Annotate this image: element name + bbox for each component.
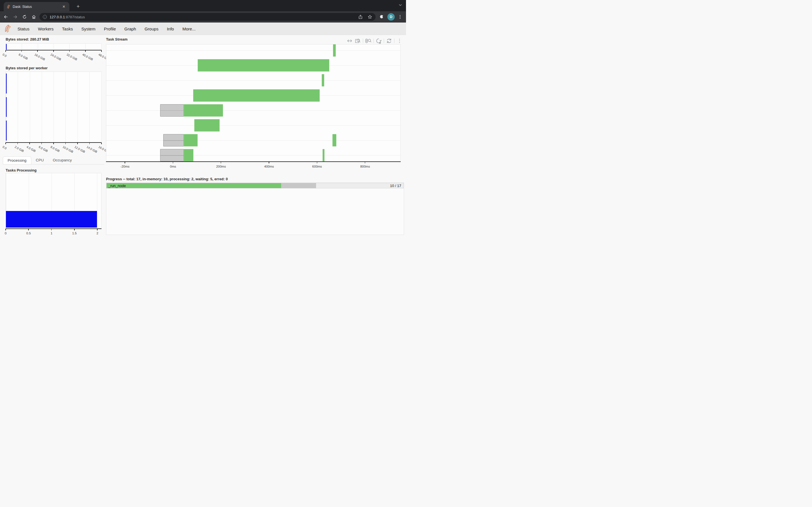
task-stream-plot: [106, 44, 401, 161]
lane-gridline: [106, 50, 400, 51]
lane-gridline: [106, 110, 400, 111]
pan-tool-icon[interactable]: [347, 38, 353, 44]
reload-button[interactable]: [21, 13, 28, 20]
axis-tick: [365, 162, 365, 163]
axis-tick-label: 16.0 GiB: [34, 53, 46, 61]
transfer-split-line: [160, 155, 184, 156]
back-button[interactable]: [2, 13, 10, 20]
toolbar-separator: [363, 39, 363, 43]
transfer-split-line: [163, 140, 184, 141]
share-icon[interactable]: [358, 15, 363, 19]
menu-tool-icon[interactable]: [396, 38, 403, 44]
axis-tick-label: 800ms: [356, 165, 374, 168]
gridline: [30, 72, 30, 142]
nav-item-tasks[interactable]: Tasks: [62, 26, 73, 31]
browser-tab[interactable]: Dask: Status ✕: [4, 2, 69, 11]
lane-gridline: [106, 140, 400, 140]
gridline: [22, 44, 22, 50]
bookmark-star-icon[interactable]: [368, 15, 372, 19]
axis-tick-label: 14.0 GiB: [86, 145, 98, 154]
gridline: [42, 72, 42, 142]
progress-count: 10 / 17: [390, 184, 401, 188]
tasks-processing-bar: [6, 211, 97, 228]
nav-item-system[interactable]: System: [81, 26, 95, 31]
axis-tick-label: 24.0 GiB: [50, 53, 62, 61]
task-bar-compute: [322, 74, 324, 87]
bytes-stored-plot: [6, 43, 101, 50]
forward-button[interactable]: [11, 13, 19, 20]
dask-status-page: Bytes stored: 280.27 MiB 0.08.0 GiB16.0 …: [0, 35, 406, 253]
wheel-zoom-tool-icon[interactable]: [365, 38, 371, 44]
gridline: [18, 72, 18, 142]
bytes-per-worker-plot: [6, 71, 101, 142]
nav-item-groups[interactable]: Groups: [145, 26, 158, 31]
box-zoom-tool-icon[interactable]: [355, 38, 361, 44]
bytes-per-worker-title: Bytes stored per worker: [6, 66, 48, 70]
browser-profile-avatar[interactable]: D: [388, 13, 395, 20]
lane-gridline: [106, 80, 400, 80]
axis-tick: [53, 50, 54, 52]
axis-tick: [269, 162, 269, 163]
task-bar-compute: [198, 59, 329, 71]
extensions-puzzle-icon[interactable]: [378, 13, 386, 20]
axis-tick: [101, 143, 102, 144]
axis-tick-label: 40.0 GiB: [82, 53, 94, 61]
task-bar-compute: [184, 104, 223, 117]
nav-item-profile[interactable]: Profile: [104, 26, 116, 31]
task-bar-compute: [322, 149, 324, 161]
axis-tick: [42, 143, 42, 144]
lane-gridline: [106, 125, 400, 126]
bytes-stored-axis: 0.08.0 GiB16.0 GiB24.0 GiB32.0 GiB40.0 G…: [6, 50, 101, 61]
task-bar-compute: [193, 89, 320, 102]
axis-tick-label: 2: [88, 231, 106, 235]
progress-task-name: _run_node: [108, 184, 126, 188]
new-tab-button[interactable]: +: [74, 3, 82, 10]
tab-occupancy[interactable]: Occupancy: [48, 156, 77, 164]
nav-item-info[interactable]: Info: [167, 26, 174, 31]
axis-tick-label: 1.5: [65, 231, 84, 235]
axis-tick: [221, 162, 221, 163]
url-bar[interactable]: i 127.0.0.1:8787/status: [40, 13, 375, 21]
axis-tick: [317, 162, 317, 163]
axis-tick-label: 10.0 GiB: [62, 145, 74, 154]
browser-menu-kebab-icon[interactable]: [396, 13, 404, 20]
toolbar-separator: [394, 39, 395, 43]
task-stream-axis: -20ms0ms200ms400ms600ms800ms: [106, 161, 401, 169]
tasks-processing-plot: [6, 173, 101, 228]
task-bar-compute: [333, 134, 336, 147]
progress-processing-segment: [281, 183, 316, 188]
progress-done-segment: [107, 183, 281, 188]
axis-tick-label: 0.5: [19, 231, 38, 235]
site-info-icon[interactable]: i: [43, 15, 47, 19]
worker-metric-tabs: ProcessingCPUOccupancy: [3, 156, 104, 165]
worker-bytes-bar: [6, 121, 7, 140]
axis-tick: [5, 229, 6, 230]
tab-title: Dask: Status: [13, 5, 61, 9]
gridline: [78, 72, 78, 142]
worker-bytes-bar: [6, 73, 7, 94]
tab-cpu[interactable]: CPU: [31, 156, 49, 164]
axis-tick: [69, 50, 70, 52]
axis-tick-label: 4.0 GiB: [26, 145, 36, 153]
axis-tick: [124, 162, 125, 163]
nav-item-graph[interactable]: Graph: [124, 26, 136, 31]
nav-item-workers[interactable]: Workers: [38, 26, 54, 31]
axis-tick: [53, 143, 54, 144]
axis-tick-label: 8.0 GiB: [18, 53, 29, 60]
axis-tick-label: 32.0 GiB: [66, 53, 78, 61]
axis-tick: [89, 143, 90, 144]
task-stream-title: Task Stream: [106, 37, 128, 41]
tab-processing[interactable]: Processing: [3, 156, 31, 165]
nav-item-status[interactable]: Status: [17, 26, 30, 31]
browser-tab-strip: Dask: Status ✕ +: [0, 0, 406, 11]
zoom-in-tool-icon[interactable]: [375, 38, 382, 44]
tab-search-chevron-icon[interactable]: [399, 3, 402, 7]
tab-close-icon[interactable]: ✕: [61, 4, 66, 9]
browser-toolbar: i 127.0.0.1:8787/status D: [0, 11, 406, 22]
axis-tick: [77, 143, 78, 144]
nav-item-more[interactable]: More...: [183, 26, 196, 31]
reset-tool-icon[interactable]: [386, 38, 392, 44]
axis-tick-label: 8.0 GiB: [50, 145, 60, 153]
home-button[interactable]: [30, 13, 38, 20]
axis-tick-label: -20ms: [116, 165, 134, 168]
